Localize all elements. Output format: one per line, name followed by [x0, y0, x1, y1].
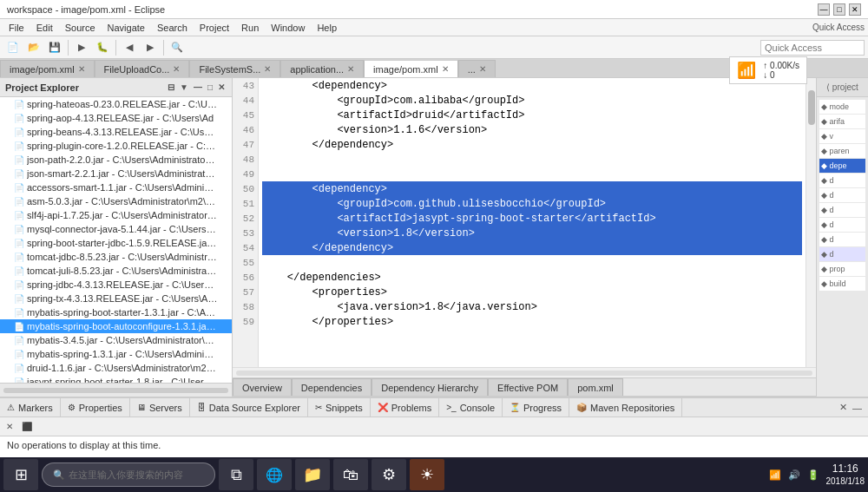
bottom-tab-data-source-explorer[interactable]: 🗄Data Source Explorer — [190, 398, 308, 417]
code-line-48[interactable] — [262, 152, 802, 167]
code-line-47[interactable]: </dependency> — [262, 137, 802, 152]
stop-icon[interactable]: ⬛ — [19, 420, 35, 433]
code-line-57[interactable]: <properties> — [262, 285, 802, 299]
collapse-icon[interactable]: ⊟ — [166, 82, 176, 93]
bottom-tab-properties[interactable]: ⚙Properties — [61, 398, 130, 417]
bottom-tab-maven-repositories[interactable]: 📦Maven Repositories — [569, 398, 682, 417]
code-line-45[interactable]: <artifactId>druid</artifactId> — [262, 108, 802, 122]
tree-item-16[interactable]: 📄mybatis-spring-boot-autoconfigure-1.3.1… — [0, 319, 232, 333]
tree-item-12[interactable]: 📄tomcat-juli-8.5.23.jar - C:\Users\Admin… — [0, 264, 232, 278]
editor-tab-bottom-3[interactable]: Effective POM — [488, 378, 568, 396]
tree-item-1[interactable]: 📄spring-aop-4.13.RELEASE.jar - C:\Users\… — [0, 111, 232, 125]
forward-button[interactable]: ▶ — [141, 39, 160, 56]
menu-item-window[interactable]: Window — [266, 22, 310, 34]
tab-close-5[interactable]: ✕ — [479, 64, 486, 74]
tree-item-18[interactable]: 📄mybatis-spring-1.3.1.jar - C:\Users\Adm… — [0, 347, 232, 361]
editor-tab-5[interactable]: ...✕ — [458, 60, 496, 77]
tab-close-0[interactable]: ✕ — [78, 64, 85, 74]
right-tree-model[interactable]: ◆ mode — [819, 100, 865, 114]
back-button[interactable]: ◀ — [120, 39, 139, 56]
editor-tab-0[interactable]: image/pom.xml✕ — [0, 60, 95, 77]
close-panel-icon[interactable]: ✕ — [216, 82, 227, 93]
debug-button[interactable]: 🐛 — [93, 39, 112, 56]
code-line-49[interactable] — [262, 167, 802, 181]
tree-item-2[interactable]: 📄spring-beans-4.3.13.RELEASE.jar - C:\Us… — [0, 125, 232, 139]
run-button[interactable]: ▶ — [72, 39, 91, 56]
editor-tab-bottom-0[interactable]: Overview — [233, 378, 292, 396]
settings-button[interactable]: ⚙ — [372, 459, 406, 490]
bottom-panel-close[interactable]: ✕ — [837, 402, 850, 413]
tab-close-1[interactable]: ✕ — [173, 64, 180, 74]
minimize-panel-icon[interactable]: — — [192, 82, 204, 93]
bottom-tab-console[interactable]: >_Console — [439, 398, 503, 417]
code-line-51[interactable]: <groupId>com.github.ulisesbocchio</group… — [262, 196, 802, 211]
tree-item-17[interactable]: 📄mybatis-3.4.5.jar - C:\Users\Administra… — [0, 333, 232, 347]
editor-tab-bottom-2[interactable]: Dependency Hierarchy — [372, 378, 488, 396]
menu-item-help[interactable]: Help — [312, 22, 342, 34]
code-line-52[interactable]: <artifactId>jasypt-spring-boot-starter</… — [262, 211, 802, 226]
right-tree-prop[interactable]: ◆ prop — [819, 262, 865, 276]
menu-item-run[interactable]: Run — [236, 22, 264, 34]
bottom-tab-problems[interactable]: ❌Problems — [371, 398, 439, 417]
tree-item-14[interactable]: 📄spring-tx-4.3.13.RELEASE.jar - C:\Users… — [0, 292, 232, 305]
right-tree-build[interactable]: ◆ build — [819, 277, 865, 291]
right-tree-d5[interactable]: ◆ d — [819, 233, 865, 246]
menu-item-source[interactable]: Source — [60, 22, 101, 34]
bottom-tab-progress[interactable]: ⏳Progress — [503, 398, 569, 417]
editor-tab-2[interactable]: FileSystemS...✕ — [189, 60, 280, 77]
tree-item-15[interactable]: 📄mybatis-spring-boot-starter-1.3.1.jar -… — [0, 305, 232, 319]
tree-item-11[interactable]: 📄tomcat-jdbc-8.5.23.jar - C:\Users\Admin… — [0, 250, 232, 264]
menu-item-project[interactable]: Project — [194, 22, 234, 34]
code-line-43[interactable]: <dependency> — [262, 78, 802, 93]
tree-item-3[interactable]: 📄spring-plugin-core-1.2.0.RELEASE.jar - … — [0, 139, 232, 153]
code-line-55[interactable] — [262, 255, 802, 270]
search-button[interactable]: 🔍 — [168, 39, 187, 56]
code-line-54[interactable]: </dependency> — [262, 240, 802, 255]
editor-tab-3[interactable]: application...✕ — [280, 60, 364, 77]
code-line-46[interactable]: <version>1.1.6</version> — [262, 122, 802, 137]
code-line-50[interactable]: <dependency> — [262, 181, 802, 196]
tab-close-2[interactable]: ✕ — [264, 64, 271, 74]
new-button[interactable]: 📄 — [3, 39, 23, 56]
editor-tab-1[interactable]: FileUploadCo...✕ — [95, 60, 190, 77]
open-button[interactable]: 📂 — [24, 39, 43, 56]
editor-tab-bottom-4[interactable]: pom.xml — [568, 378, 623, 396]
maximize-panel-icon[interactable]: □ — [206, 82, 214, 93]
code-line-53[interactable]: <version>1.8</version> — [262, 226, 802, 240]
menu-item-search[interactable]: Search — [152, 22, 193, 34]
bottom-tab-snippets[interactable]: ✂Snippets — [308, 398, 371, 417]
tree-item-7[interactable]: 📄asm-5.0.3.jar - C:\Users\Administrator\… — [0, 194, 232, 208]
close-button[interactable]: ✕ — [849, 3, 861, 16]
menu-item-navigate[interactable]: Navigate — [102, 22, 150, 34]
bottom-tab-servers[interactable]: 🖥Servers — [130, 398, 190, 417]
right-tree-version[interactable]: ◆ v — [819, 129, 865, 143]
code-line-58[interactable]: <java.version>1.8</java.version> — [262, 299, 802, 314]
right-tree-d6[interactable]: ◆ d — [819, 247, 865, 261]
tree-item-9[interactable]: 📄mysql-connector-java-5.1.44.jar - C:\Us… — [0, 222, 232, 236]
tree-item-20[interactable]: 📄jasypt-spring-boot-starter-1.8.jar - C:… — [0, 375, 232, 383]
right-tree-depe[interactable]: ◆ depe — [819, 159, 865, 173]
edge-button[interactable]: 🌐 — [257, 459, 292, 490]
vertical-scrollbar-thumb[interactable] — [808, 90, 815, 125]
menu-icon[interactable]: ▼ — [178, 82, 190, 93]
save-button[interactable]: 💾 — [45, 39, 64, 56]
minimize-button[interactable]: — — [818, 3, 830, 16]
explorer-button[interactable]: 📁 — [295, 459, 330, 490]
start-button[interactable]: ⊞ — [3, 459, 38, 490]
tree-item-13[interactable]: 📄spring-jdbc-4.3.13.RELEASE.jar - C:\Use… — [0, 278, 232, 292]
right-tree-d1[interactable]: ◆ d — [819, 174, 865, 187]
tree-item-10[interactable]: 📄spring-boot-starter-jdbc-1.5.9.RELEASE.… — [0, 236, 232, 250]
tab-close-3[interactable]: ✕ — [347, 64, 354, 74]
tree-item-8[interactable]: 📄slf4j-api-1.7.25.jar - C:\Users\Adminis… — [0, 208, 232, 222]
menu-item-edit[interactable]: Edit — [31, 22, 58, 34]
right-tree-d2[interactable]: ◆ d — [819, 188, 865, 202]
code-line-56[interactable]: </dependencies> — [262, 270, 802, 285]
task-view-button[interactable]: ⧉ — [219, 459, 253, 490]
editor-tab-4[interactable]: image/pom.xml✕ — [364, 60, 458, 77]
tree-item-5[interactable]: 📄json-smart-2.2.1.jar - C:\Users\Adminis… — [0, 167, 232, 180]
taskbar-search-input[interactable] — [69, 469, 204, 480]
menu-item-file[interactable]: File — [3, 22, 30, 34]
bottom-panel-minimize[interactable]: — — [850, 403, 865, 413]
right-tree-artifact[interactable]: ◆ arifa — [819, 115, 865, 128]
taskbar-search[interactable]: 🔍 — [42, 462, 215, 487]
